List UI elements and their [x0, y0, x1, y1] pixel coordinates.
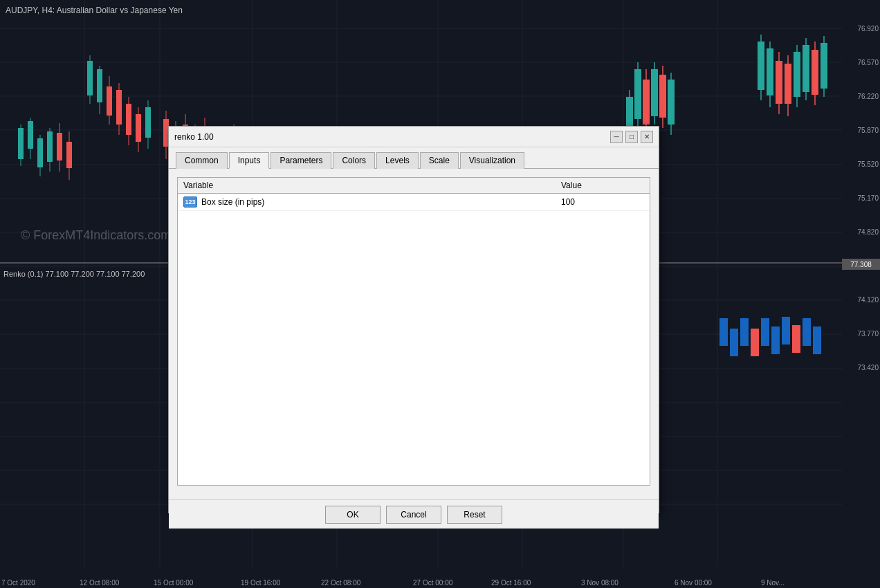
col-value-header: Value: [561, 181, 644, 190]
tab-levels[interactable]: Levels: [376, 152, 419, 169]
row-type-icon: 123: [183, 196, 197, 208]
close-button[interactable]: ✕: [641, 131, 653, 143]
tab-scale[interactable]: Scale: [420, 152, 459, 169]
ok-button[interactable]: OK: [325, 506, 381, 524]
dialog-content: Variable Value 123 Box size (in pips) 10…: [169, 169, 659, 499]
tab-visualization[interactable]: Visualization: [460, 152, 524, 169]
dialog-tabs: Common Inputs Parameters Colors Levels S…: [169, 147, 659, 169]
dialog-controls: ─ □ ✕: [610, 131, 653, 143]
tab-parameters[interactable]: Parameters: [271, 152, 331, 169]
inputs-table: Variable Value 123 Box size (in pips) 10…: [177, 177, 650, 486]
maximize-button[interactable]: □: [625, 131, 638, 143]
dialog-overlay: renko 1.00 ─ □ ✕ Common Inputs Parameter…: [0, 0, 880, 588]
tab-common[interactable]: Common: [176, 152, 228, 169]
dialog-title: renko 1.00: [174, 132, 214, 142]
tab-colors[interactable]: Colors: [333, 152, 375, 169]
table-row[interactable]: 123 Box size (in pips) 100: [178, 194, 650, 211]
row-variable-name: Box size (in pips): [201, 197, 561, 207]
cancel-button[interactable]: Cancel: [386, 506, 441, 524]
col-variable-header: Variable: [183, 181, 561, 190]
reset-button[interactable]: Reset: [447, 506, 502, 524]
tab-inputs[interactable]: Inputs: [229, 152, 270, 169]
dialog-footer: OK Cancel Reset: [169, 499, 659, 529]
table-header: Variable Value: [178, 178, 650, 194]
dialog-titlebar: renko 1.00 ─ □ ✕: [169, 127, 659, 147]
row-variable-value: 100: [561, 197, 644, 207]
minimize-button[interactable]: ─: [610, 131, 623, 143]
dialog-window: renko 1.00 ─ □ ✕ Common Inputs Parameter…: [168, 126, 659, 513]
